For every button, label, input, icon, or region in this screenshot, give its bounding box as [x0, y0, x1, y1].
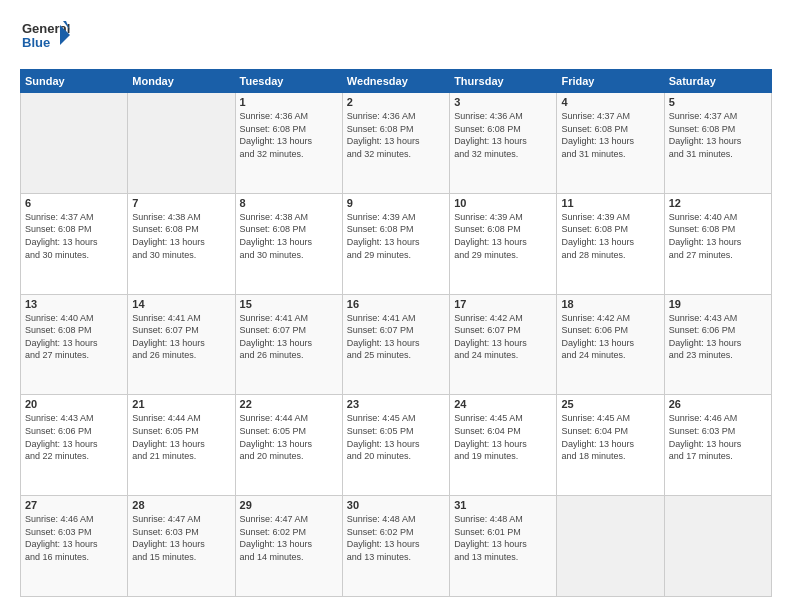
calendar-day-cell: 21Sunrise: 4:44 AM Sunset: 6:05 PM Dayli… — [128, 395, 235, 496]
day-info: Sunrise: 4:46 AM Sunset: 6:03 PM Dayligh… — [25, 513, 123, 563]
day-info: Sunrise: 4:40 AM Sunset: 6:08 PM Dayligh… — [669, 211, 767, 261]
day-info: Sunrise: 4:38 AM Sunset: 6:08 PM Dayligh… — [240, 211, 338, 261]
calendar-week-row: 20Sunrise: 4:43 AM Sunset: 6:06 PM Dayli… — [21, 395, 772, 496]
day-info: Sunrise: 4:43 AM Sunset: 6:06 PM Dayligh… — [25, 412, 123, 462]
calendar-header-row: SundayMondayTuesdayWednesdayThursdayFrid… — [21, 70, 772, 93]
day-number: 14 — [132, 298, 230, 310]
day-number: 3 — [454, 96, 552, 108]
calendar-day-header: Tuesday — [235, 70, 342, 93]
calendar-day-cell: 19Sunrise: 4:43 AM Sunset: 6:06 PM Dayli… — [664, 294, 771, 395]
calendar-day-cell: 1Sunrise: 4:36 AM Sunset: 6:08 PM Daylig… — [235, 93, 342, 194]
calendar-day-cell: 28Sunrise: 4:47 AM Sunset: 6:03 PM Dayli… — [128, 496, 235, 597]
day-number: 16 — [347, 298, 445, 310]
calendar-week-row: 13Sunrise: 4:40 AM Sunset: 6:08 PM Dayli… — [21, 294, 772, 395]
day-number: 28 — [132, 499, 230, 511]
day-number: 7 — [132, 197, 230, 209]
day-info: Sunrise: 4:46 AM Sunset: 6:03 PM Dayligh… — [669, 412, 767, 462]
calendar-day-header: Saturday — [664, 70, 771, 93]
calendar-day-cell — [21, 93, 128, 194]
calendar-day-cell: 24Sunrise: 4:45 AM Sunset: 6:04 PM Dayli… — [450, 395, 557, 496]
calendar-day-cell: 8Sunrise: 4:38 AM Sunset: 6:08 PM Daylig… — [235, 193, 342, 294]
day-info: Sunrise: 4:41 AM Sunset: 6:07 PM Dayligh… — [132, 312, 230, 362]
calendar-day-cell: 13Sunrise: 4:40 AM Sunset: 6:08 PM Dayli… — [21, 294, 128, 395]
day-number: 15 — [240, 298, 338, 310]
calendar-day-cell: 25Sunrise: 4:45 AM Sunset: 6:04 PM Dayli… — [557, 395, 664, 496]
calendar-day-cell: 15Sunrise: 4:41 AM Sunset: 6:07 PM Dayli… — [235, 294, 342, 395]
day-info: Sunrise: 4:44 AM Sunset: 6:05 PM Dayligh… — [132, 412, 230, 462]
calendar-day-header: Monday — [128, 70, 235, 93]
calendar-day-cell: 11Sunrise: 4:39 AM Sunset: 6:08 PM Dayli… — [557, 193, 664, 294]
day-info: Sunrise: 4:45 AM Sunset: 6:04 PM Dayligh… — [454, 412, 552, 462]
calendar-day-header: Thursday — [450, 70, 557, 93]
day-info: Sunrise: 4:47 AM Sunset: 6:03 PM Dayligh… — [132, 513, 230, 563]
day-number: 31 — [454, 499, 552, 511]
day-number: 4 — [561, 96, 659, 108]
day-number: 26 — [669, 398, 767, 410]
day-number: 30 — [347, 499, 445, 511]
day-info: Sunrise: 4:39 AM Sunset: 6:08 PM Dayligh… — [561, 211, 659, 261]
calendar-week-row: 1Sunrise: 4:36 AM Sunset: 6:08 PM Daylig… — [21, 93, 772, 194]
day-number: 10 — [454, 197, 552, 209]
calendar-day-cell: 9Sunrise: 4:39 AM Sunset: 6:08 PM Daylig… — [342, 193, 449, 294]
calendar-day-cell: 30Sunrise: 4:48 AM Sunset: 6:02 PM Dayli… — [342, 496, 449, 597]
day-number: 21 — [132, 398, 230, 410]
calendar-day-cell — [664, 496, 771, 597]
day-number: 13 — [25, 298, 123, 310]
calendar-week-row: 27Sunrise: 4:46 AM Sunset: 6:03 PM Dayli… — [21, 496, 772, 597]
calendar-day-cell: 3Sunrise: 4:36 AM Sunset: 6:08 PM Daylig… — [450, 93, 557, 194]
day-number: 11 — [561, 197, 659, 209]
logo-icon: General Blue — [20, 15, 70, 57]
day-info: Sunrise: 4:45 AM Sunset: 6:04 PM Dayligh… — [561, 412, 659, 462]
day-info: Sunrise: 4:40 AM Sunset: 6:08 PM Dayligh… — [25, 312, 123, 362]
day-number: 23 — [347, 398, 445, 410]
day-info: Sunrise: 4:36 AM Sunset: 6:08 PM Dayligh… — [240, 110, 338, 160]
day-number: 6 — [25, 197, 123, 209]
calendar-day-cell: 26Sunrise: 4:46 AM Sunset: 6:03 PM Dayli… — [664, 395, 771, 496]
calendar-day-cell: 27Sunrise: 4:46 AM Sunset: 6:03 PM Dayli… — [21, 496, 128, 597]
day-number: 29 — [240, 499, 338, 511]
calendar-day-cell: 5Sunrise: 4:37 AM Sunset: 6:08 PM Daylig… — [664, 93, 771, 194]
header: General Blue — [20, 15, 772, 61]
day-info: Sunrise: 4:36 AM Sunset: 6:08 PM Dayligh… — [454, 110, 552, 160]
day-info: Sunrise: 4:36 AM Sunset: 6:08 PM Dayligh… — [347, 110, 445, 160]
calendar-day-cell: 14Sunrise: 4:41 AM Sunset: 6:07 PM Dayli… — [128, 294, 235, 395]
day-number: 19 — [669, 298, 767, 310]
calendar-week-row: 6Sunrise: 4:37 AM Sunset: 6:08 PM Daylig… — [21, 193, 772, 294]
day-info: Sunrise: 4:39 AM Sunset: 6:08 PM Dayligh… — [454, 211, 552, 261]
calendar-day-cell: 4Sunrise: 4:37 AM Sunset: 6:08 PM Daylig… — [557, 93, 664, 194]
day-info: Sunrise: 4:37 AM Sunset: 6:08 PM Dayligh… — [669, 110, 767, 160]
calendar-day-cell: 17Sunrise: 4:42 AM Sunset: 6:07 PM Dayli… — [450, 294, 557, 395]
page: General Blue SundayMondayTuesdayWednesda… — [0, 0, 792, 612]
day-number: 17 — [454, 298, 552, 310]
calendar-day-cell — [557, 496, 664, 597]
calendar-day-header: Sunday — [21, 70, 128, 93]
day-number: 5 — [669, 96, 767, 108]
calendar-day-cell: 23Sunrise: 4:45 AM Sunset: 6:05 PM Dayli… — [342, 395, 449, 496]
calendar-day-cell: 31Sunrise: 4:48 AM Sunset: 6:01 PM Dayli… — [450, 496, 557, 597]
calendar-day-header: Wednesday — [342, 70, 449, 93]
calendar-day-cell: 18Sunrise: 4:42 AM Sunset: 6:06 PM Dayli… — [557, 294, 664, 395]
day-number: 22 — [240, 398, 338, 410]
day-info: Sunrise: 4:42 AM Sunset: 6:07 PM Dayligh… — [454, 312, 552, 362]
svg-text:Blue: Blue — [22, 35, 50, 50]
day-info: Sunrise: 4:43 AM Sunset: 6:06 PM Dayligh… — [669, 312, 767, 362]
day-number: 24 — [454, 398, 552, 410]
day-info: Sunrise: 4:48 AM Sunset: 6:01 PM Dayligh… — [454, 513, 552, 563]
calendar-day-cell: 7Sunrise: 4:38 AM Sunset: 6:08 PM Daylig… — [128, 193, 235, 294]
day-number: 8 — [240, 197, 338, 209]
day-info: Sunrise: 4:45 AM Sunset: 6:05 PM Dayligh… — [347, 412, 445, 462]
day-number: 25 — [561, 398, 659, 410]
calendar-table: SundayMondayTuesdayWednesdayThursdayFrid… — [20, 69, 772, 597]
day-info: Sunrise: 4:41 AM Sunset: 6:07 PM Dayligh… — [347, 312, 445, 362]
day-info: Sunrise: 4:44 AM Sunset: 6:05 PM Dayligh… — [240, 412, 338, 462]
calendar-day-cell: 29Sunrise: 4:47 AM Sunset: 6:02 PM Dayli… — [235, 496, 342, 597]
day-number: 2 — [347, 96, 445, 108]
day-info: Sunrise: 4:48 AM Sunset: 6:02 PM Dayligh… — [347, 513, 445, 563]
day-number: 1 — [240, 96, 338, 108]
day-info: Sunrise: 4:39 AM Sunset: 6:08 PM Dayligh… — [347, 211, 445, 261]
day-info: Sunrise: 4:41 AM Sunset: 6:07 PM Dayligh… — [240, 312, 338, 362]
calendar-day-cell: 20Sunrise: 4:43 AM Sunset: 6:06 PM Dayli… — [21, 395, 128, 496]
calendar-day-header: Friday — [557, 70, 664, 93]
logo: General Blue — [20, 15, 70, 61]
day-number: 12 — [669, 197, 767, 209]
